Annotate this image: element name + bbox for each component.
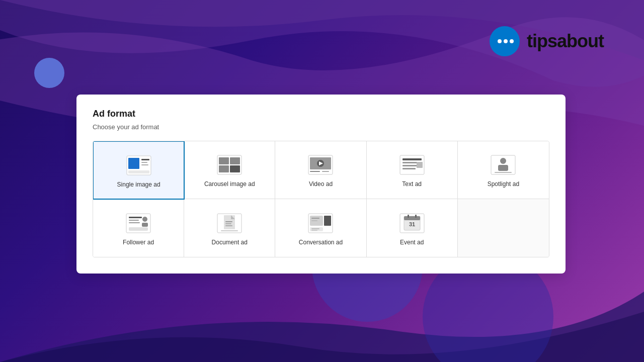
- document-ad-label: Document ad: [212, 239, 248, 246]
- svg-rect-46: [311, 218, 319, 219]
- svg-rect-48: [324, 216, 331, 226]
- svg-rect-30: [495, 172, 512, 173]
- svg-point-2: [504, 39, 508, 43]
- svg-rect-5: [128, 158, 139, 169]
- video-ad-label: Video ad: [309, 180, 333, 188]
- svg-rect-9: [128, 170, 149, 173]
- decorative-circle-small: [34, 58, 64, 88]
- ad-format-text[interactable]: Text ad: [367, 141, 458, 199]
- single-image-icon: [126, 155, 152, 176]
- svg-rect-13: [219, 165, 229, 172]
- svg-rect-20: [322, 171, 329, 172]
- logo-icon: [489, 25, 521, 57]
- svg-rect-51: [311, 230, 317, 231]
- svg-rect-11: [219, 157, 229, 164]
- single-image-ad-label: Single image ad: [117, 181, 160, 188]
- svg-rect-56: [415, 215, 417, 218]
- video-icon: [307, 154, 334, 175]
- text-ad-label: Text ad: [402, 180, 422, 188]
- card-subtitle: Choose your ad format: [93, 123, 549, 131]
- follower-ad-label: Follower ad: [123, 239, 154, 246]
- ad-format-empty: [458, 199, 549, 257]
- conversation-ad-label: Conversation ad: [299, 239, 343, 246]
- svg-rect-47: [311, 220, 317, 221]
- svg-rect-29: [498, 165, 508, 171]
- svg-rect-37: [129, 227, 148, 231]
- svg-rect-23: [403, 162, 418, 163]
- ad-format-single-image[interactable]: Single image ad: [93, 141, 185, 200]
- ad-format-spotlight[interactable]: Spotlight ad: [458, 141, 549, 199]
- ad-format-video[interactable]: Video ad: [275, 141, 366, 199]
- event-ad-label: Event ad: [400, 239, 424, 246]
- svg-point-28: [500, 158, 506, 164]
- svg-point-3: [510, 39, 514, 43]
- svg-rect-25: [403, 168, 416, 169]
- svg-rect-42: [225, 225, 232, 226]
- logo-area: tipsabout: [489, 25, 604, 57]
- carousel-image-ad-label: Carousel image ad: [204, 180, 255, 188]
- svg-rect-14: [230, 165, 240, 172]
- svg-rect-55: [408, 215, 409, 218]
- svg-rect-41: [225, 223, 231, 224]
- svg-rect-26: [417, 162, 423, 168]
- svg-rect-54: [404, 216, 420, 220]
- ad-format-grid: Single image ad Carousel image ad: [93, 141, 549, 257]
- svg-rect-36: [142, 223, 148, 227]
- svg-rect-22: [403, 158, 422, 160]
- svg-rect-7: [141, 162, 147, 163]
- document-icon: [216, 213, 243, 234]
- follower-icon: [125, 213, 151, 234]
- ad-format-card: Ad format Choose your ad format Single i…: [76, 95, 566, 274]
- text-ad-icon: [399, 154, 425, 175]
- svg-point-35: [142, 217, 147, 222]
- ad-format-follower[interactable]: Follower ad: [93, 199, 184, 257]
- svg-rect-43: [221, 230, 238, 231]
- carousel-image-icon: [216, 154, 243, 175]
- svg-rect-12: [230, 157, 240, 164]
- ad-format-carousel-image[interactable]: Carousel image ad: [184, 141, 275, 199]
- svg-rect-6: [141, 159, 149, 160]
- svg-rect-19: [310, 171, 320, 172]
- svg-rect-40: [225, 221, 232, 222]
- conversation-icon: [307, 213, 334, 234]
- svg-rect-8: [141, 164, 148, 165]
- event-icon: 31: [399, 213, 425, 234]
- svg-rect-32: [129, 217, 142, 218]
- brand-name: tipsabout: [527, 31, 604, 52]
- spotlight-ad-label: Spotlight ad: [488, 180, 519, 188]
- spotlight-icon: [490, 154, 516, 175]
- svg-point-1: [498, 39, 502, 43]
- ad-format-conversation[interactable]: Conversation ad: [275, 199, 366, 257]
- svg-rect-34: [129, 222, 140, 223]
- ad-format-document[interactable]: Document ad: [184, 199, 275, 257]
- card-title: Ad format: [93, 109, 549, 119]
- svg-rect-33: [129, 220, 139, 221]
- ad-format-event[interactable]: 31 Event ad: [367, 199, 458, 257]
- svg-rect-50: [311, 228, 319, 229]
- svg-text:31: 31: [409, 221, 415, 227]
